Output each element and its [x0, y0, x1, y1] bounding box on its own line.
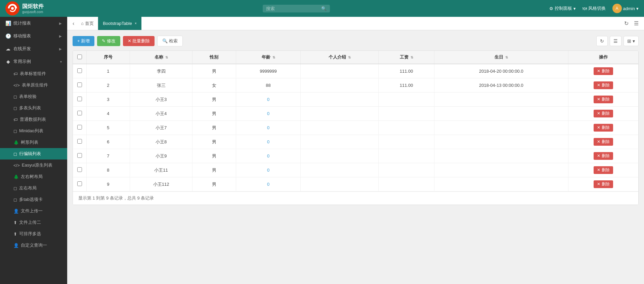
delete-btn-3[interactable]: ✕ 删除	[594, 110, 613, 117]
row-checkbox-4[interactable]	[77, 125, 82, 130]
table-header-row: 序号 名称 ⇅ 性别 年龄 ⇅ 个人介绍 ⇅ 工资 ⇅ 生日 ⇅ 操作	[73, 51, 638, 64]
tab-close-icon[interactable]: ×	[135, 22, 137, 25]
cell-age: 0	[236, 135, 301, 149]
row-checkbox-3[interactable]	[77, 111, 82, 115]
row-checkbox-5[interactable]	[77, 139, 82, 144]
tab-refresh-btn[interactable]: ↻	[621, 19, 631, 28]
header-search-box[interactable]: 🔍	[263, 5, 330, 12]
th-age: 年龄 ⇅	[236, 51, 301, 64]
row-checkbox-7[interactable]	[77, 167, 82, 172]
cell-age: 0	[236, 121, 301, 135]
delete-btn-2[interactable]: ✕ 删除	[594, 96, 613, 103]
data-table: 序号 名称 ⇅ 性别 年龄 ⇅ 个人介绍 ⇅ 工资 ⇅ 生日 ⇅ 操作	[73, 51, 638, 191]
table-row: 7 小王9 男 0 ✕ 删除	[73, 149, 638, 163]
sidebar-subitem-form-native[interactable]: </> 表单原生组件	[0, 79, 67, 91]
age-link[interactable]: 0	[267, 182, 269, 187]
custom-query-icon: 👤	[13, 243, 19, 248]
sidebar-subitem-upload1[interactable]: 👤 文件上传一	[0, 205, 67, 217]
lr-tree-icon: 🌲	[13, 174, 19, 179]
column-toggle-btn[interactable]: ☰	[610, 36, 621, 46]
layout-btn[interactable]: ⊞ ▾	[624, 36, 639, 46]
logo-icon	[5, 1, 19, 15]
table-toolbar-right: ↻ ☰ ⊞ ▾	[596, 36, 639, 46]
sidebar-subitem-easyui[interactable]: </> Easyui原生列表	[0, 159, 67, 171]
cell-age: 0	[236, 107, 301, 121]
age-link[interactable]: 0	[267, 97, 269, 102]
tab-home[interactable]: ⌂ 首页	[77, 17, 98, 30]
delete-btn-0[interactable]: ✕ 删除	[594, 67, 613, 75]
search-input[interactable]	[266, 6, 320, 11]
search-icon: 🔍	[321, 6, 327, 11]
row-checkbox-1[interactable]	[77, 82, 82, 87]
cell-gender: 男	[192, 149, 236, 163]
delete-btn-8[interactable]: ✕ 删除	[594, 180, 613, 188]
sidebar-subitem-lr-layout[interactable]: ◻ 左右布局	[0, 182, 67, 194]
row-checkbox-0[interactable]	[77, 68, 82, 73]
search-button[interactable]: 🔍 检索	[157, 36, 183, 46]
cell-seq: 4	[86, 107, 130, 121]
tab-pin-btn[interactable]: ☰	[631, 19, 641, 28]
sidebar-subitem-custom-query[interactable]: 👤 自定义查询一	[0, 240, 67, 251]
logo: 国炬软件 guojusoft.com	[5, 1, 44, 15]
refresh-table-btn[interactable]: ↻	[596, 36, 608, 46]
sidebar-subitem-tree-list[interactable]: 🌲 树形列表	[0, 137, 67, 148]
cell-seq: 2	[86, 78, 130, 93]
delete-btn-5[interactable]: ✕ 删除	[594, 138, 613, 146]
select-all-checkbox[interactable]	[77, 55, 82, 59]
th-intro: 个人介绍 ⇅	[301, 51, 379, 64]
sidebar-item-stats[interactable]: 📊 统计报表 ▶	[0, 17, 67, 30]
cell-birthday: 2018-04-20 00:00:00.0	[434, 64, 568, 78]
delete-btn-6[interactable]: ✕ 删除	[594, 152, 613, 160]
sidebar-subitem-row-edit[interactable]: ◻ 行编辑列表	[0, 148, 67, 159]
cell-action: ✕ 删除	[568, 135, 638, 149]
cell-gender: 男	[192, 93, 236, 107]
svg-point-1	[11, 7, 14, 10]
sidebar-subitem-sortable[interactable]: ⬆ 可排序多选	[0, 228, 67, 240]
cell-salary	[379, 121, 434, 135]
edit-button[interactable]: ✎ 修改	[97, 36, 120, 46]
sidebar-subitem-multi-tab[interactable]: ◻ 多tab选项卡	[0, 194, 67, 205]
tab-bootstrap-table[interactable]: BootstrapTable ×	[98, 17, 141, 30]
table-row: 8 小王11 男 0 ✕ 删除	[73, 163, 638, 177]
control-panel-btn[interactable]: ⚙ 控制面板 ▾	[549, 5, 576, 11]
sidebar-subitem-multi-header[interactable]: ◻ 多表头列表	[0, 102, 67, 114]
upload2-icon: ⬆	[13, 220, 17, 225]
cell-gender: 男	[192, 121, 236, 135]
sidebar-subitem-form-tag[interactable]: 🏷 表单标签组件	[0, 68, 67, 79]
sidebar-item-online-dev[interactable]: ☁ 在线开发 ▶	[0, 42, 67, 55]
row-checkbox-2[interactable]	[77, 97, 82, 101]
age-link[interactable]: 0	[267, 139, 269, 144]
table-row: 1 李四 男 9999999 111.00 2018-04-20 00:00:0…	[73, 64, 638, 78]
sidebar-subitem-data-list[interactable]: 🏷 普通数据列表	[0, 114, 67, 125]
row-checkbox-cell	[73, 163, 86, 177]
sidebar-subitem-upload2[interactable]: ⬆ 文件上传二	[0, 217, 67, 228]
sidebar-subitem-minidao[interactable]: ◻ Minidao列表	[0, 125, 67, 137]
tab-bar: ‹ ⌂ 首页 BootstrapTable × ↻ ☰	[67, 17, 644, 30]
th-checkbox	[73, 51, 86, 64]
cell-intro	[301, 121, 379, 135]
age-link[interactable]: 0	[267, 168, 269, 173]
row-checkbox-6[interactable]	[77, 153, 82, 158]
add-button[interactable]: + 新增	[73, 36, 94, 46]
age-link[interactable]: 0	[267, 153, 269, 158]
sidebar-subitem-lr-tree[interactable]: 🌲 左右树布局	[0, 171, 67, 182]
age-link[interactable]: 0	[267, 125, 269, 130]
sidebar-subitem-form-validate[interactable]: ◻ 表单校验	[0, 91, 67, 102]
batch-delete-button[interactable]: ✕ 批量删除	[123, 36, 155, 46]
delete-btn-7[interactable]: ✕ 删除	[594, 166, 613, 174]
tab-nav-back[interactable]: ‹	[70, 19, 77, 28]
delete-btn-4[interactable]: ✕ 删除	[594, 124, 613, 132]
delete-btn-1[interactable]: ✕ 删除	[594, 81, 613, 89]
sidebar-item-examples[interactable]: ◆ 常用示例 ▾	[0, 55, 67, 68]
cell-birthday	[434, 177, 568, 191]
age-link[interactable]: 0	[267, 111, 269, 116]
cell-intro	[301, 107, 379, 121]
row-checkbox-8[interactable]	[77, 181, 82, 186]
home-icon: ⌂	[81, 21, 84, 26]
admin-menu-btn[interactable]: A admin ▾	[612, 4, 639, 13]
stats-icon: 📊	[5, 21, 11, 26]
style-switch-btn[interactable]: 🍽 风格切换	[583, 5, 606, 11]
cell-intro	[301, 177, 379, 191]
cell-seq: 7	[86, 149, 130, 163]
sidebar-item-mobile[interactable]: 🕐 移动报表 ▶	[0, 30, 67, 42]
